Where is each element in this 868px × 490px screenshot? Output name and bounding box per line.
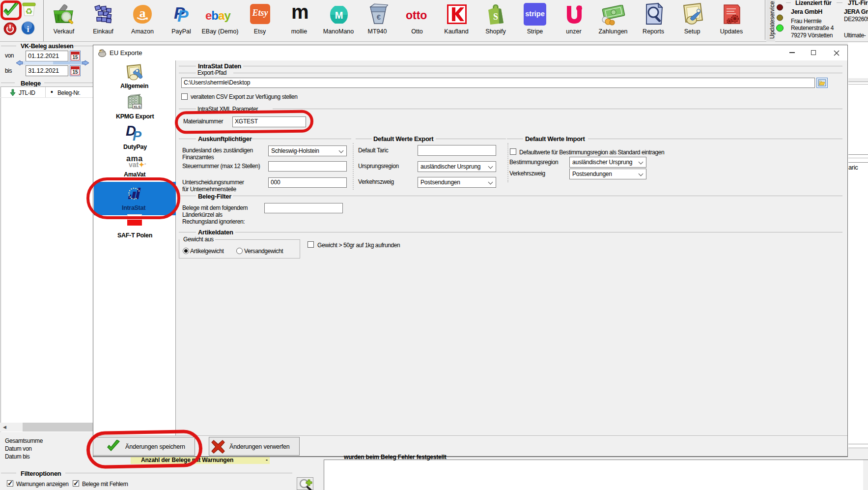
svg-text:♻: ♻	[25, 7, 32, 16]
svg-text:a: a	[140, 6, 146, 20]
svg-text:i: i	[27, 25, 29, 34]
svg-text:S: S	[493, 12, 498, 22]
svg-text:P: P	[177, 6, 189, 25]
svg-text:€: €	[377, 13, 381, 21]
svg-text:M: M	[335, 10, 343, 21]
svg-text:XLS: XLS	[134, 105, 141, 109]
svg-text:vat: vat	[99, 50, 103, 53]
